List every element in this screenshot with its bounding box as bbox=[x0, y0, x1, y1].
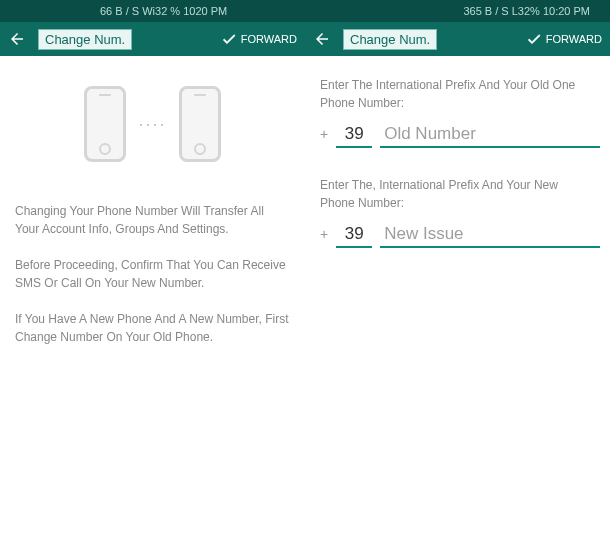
status-left-text: 66 B / S Wi32 % 1020 PM bbox=[100, 5, 463, 17]
forward-label-left: FORWARD bbox=[241, 33, 297, 45]
info-paragraph-3: If You Have A New Phone And A New Number… bbox=[15, 310, 290, 346]
old-number-label: Enter The International Prefix And Your … bbox=[320, 76, 595, 112]
forward-label-right: FORWARD bbox=[546, 33, 602, 45]
plus-sign: + bbox=[320, 226, 328, 242]
new-number-input[interactable] bbox=[380, 222, 600, 248]
check-icon bbox=[221, 31, 237, 47]
old-number-input[interactable] bbox=[380, 122, 600, 148]
info-paragraph-1: Changing Your Phone Number Will Transfer… bbox=[15, 202, 290, 238]
page-title-left: Change Num. bbox=[38, 29, 132, 50]
check-icon bbox=[526, 31, 542, 47]
status-right-text: 365 B / S L32% 10:20 PM bbox=[463, 5, 590, 17]
dots-icon: ···· bbox=[138, 114, 166, 135]
forward-button-left[interactable]: FORWARD bbox=[221, 31, 297, 47]
phones-illustration: ···· bbox=[15, 86, 290, 162]
plus-sign: + bbox=[320, 126, 328, 142]
old-prefix-input[interactable] bbox=[336, 122, 372, 148]
new-number-label: Enter The, International Prefix And Your… bbox=[320, 176, 595, 212]
back-arrow-icon[interactable] bbox=[8, 30, 26, 48]
back-arrow-icon[interactable] bbox=[313, 30, 331, 48]
app-bar-right: Change Num. FORWARD bbox=[305, 22, 610, 56]
new-number-group: Enter The, International Prefix And Your… bbox=[320, 176, 595, 248]
old-number-row: + bbox=[320, 122, 595, 148]
forward-button-right[interactable]: FORWARD bbox=[526, 31, 602, 47]
status-bar: 66 B / S Wi32 % 1020 PM 365 B / S L32% 1… bbox=[0, 0, 610, 22]
new-prefix-input[interactable] bbox=[336, 222, 372, 248]
app-bars: Change Num. FORWARD Change Num. FORWARD bbox=[0, 22, 610, 56]
right-panel: Enter The International Prefix And Your … bbox=[305, 56, 610, 542]
new-number-row: + bbox=[320, 222, 595, 248]
phone-icon bbox=[179, 86, 221, 162]
app-bar-left: Change Num. FORWARD bbox=[0, 22, 305, 56]
old-number-group: Enter The International Prefix And Your … bbox=[320, 76, 595, 148]
phone-icon bbox=[84, 86, 126, 162]
info-paragraph-2: Before Proceeding, Confirm That You Can … bbox=[15, 256, 290, 292]
page-title-right: Change Num. bbox=[343, 29, 437, 50]
left-panel: ···· Changing Your Phone Number Will Tra… bbox=[0, 56, 305, 542]
content-area: ···· Changing Your Phone Number Will Tra… bbox=[0, 56, 610, 542]
